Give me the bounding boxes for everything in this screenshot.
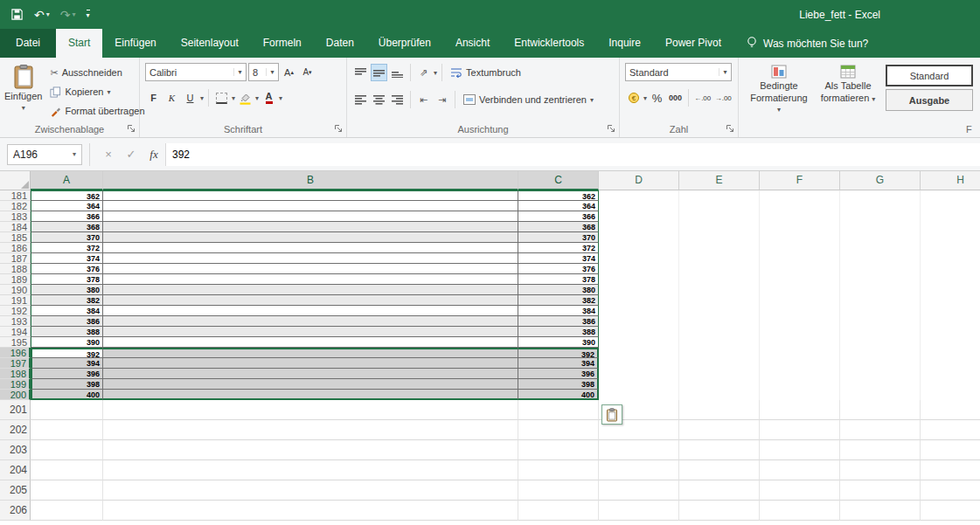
cell-E185[interactable] <box>679 232 760 243</box>
row-header-186[interactable]: 186 <box>0 243 31 253</box>
percent-button[interactable]: % <box>649 89 665 107</box>
cell-H187[interactable] <box>921 253 980 264</box>
cell-C189[interactable]: 378 <box>518 274 599 285</box>
align-right-button[interactable] <box>389 91 406 108</box>
cell-E183[interactable] <box>679 211 760 222</box>
increase-font-button[interactable]: A▴ <box>281 64 297 81</box>
row-header-192[interactable]: 192 <box>0 306 31 316</box>
cell-E186[interactable] <box>679 243 760 253</box>
cell-C185[interactable]: 370 <box>518 232 599 243</box>
tab-entwicklertools[interactable]: Entwicklertools <box>502 29 596 58</box>
cell-G204[interactable] <box>840 460 921 480</box>
cell-C199[interactable]: 398 <box>518 379 599 390</box>
cell-C202[interactable] <box>518 420 599 440</box>
cell-F205[interactable] <box>760 480 840 501</box>
cell-E204[interactable] <box>679 460 760 480</box>
row-header-188[interactable]: 188 <box>0 264 31 274</box>
cell-F188[interactable] <box>760 264 840 274</box>
chevron-down-icon[interactable]: ▾ <box>232 94 235 102</box>
row-header-200[interactable]: 200 <box>0 390 31 400</box>
row-header-187[interactable]: 187 <box>0 253 31 264</box>
row-header-185[interactable]: 185 <box>0 232 31 243</box>
cell-C193[interactable]: 386 <box>518 316 599 327</box>
cell-B194[interactable] <box>103 327 518 337</box>
cell-D205[interactable] <box>599 480 679 501</box>
cell-B183[interactable] <box>103 211 518 222</box>
row-header-181[interactable]: 181 <box>0 190 31 201</box>
cell-F201[interactable] <box>760 400 840 420</box>
column-header-A[interactable]: A <box>31 171 103 190</box>
row-header-195[interactable]: 195 <box>0 337 31 348</box>
cell-H190[interactable] <box>921 285 980 295</box>
cell-G205[interactable] <box>840 480 921 501</box>
cell-A204[interactable] <box>31 460 103 480</box>
cell-A191[interactable]: 382 <box>31 295 103 306</box>
cell-D193[interactable] <box>599 316 679 327</box>
cancel-button[interactable]: × <box>97 144 120 165</box>
cell-E188[interactable] <box>679 264 760 274</box>
cell-C206[interactable] <box>518 501 599 521</box>
cell-E192[interactable] <box>679 306 760 316</box>
cell-G185[interactable] <box>840 232 921 243</box>
cell-G201[interactable] <box>840 400 921 420</box>
cell-F203[interactable] <box>760 440 840 460</box>
cell-B182[interactable] <box>103 201 518 211</box>
dialog-launcher-icon[interactable] <box>607 124 616 134</box>
cell-B200[interactable] <box>103 390 518 400</box>
cell-F189[interactable] <box>760 274 840 285</box>
font-color-button[interactable]: A <box>261 89 277 107</box>
column-header-E[interactable]: E <box>679 171 760 190</box>
cell-A195[interactable]: 390 <box>31 337 103 348</box>
align-center-button[interactable] <box>371 91 387 108</box>
cell-D191[interactable] <box>599 295 679 306</box>
cell-F193[interactable] <box>760 316 840 327</box>
cell-F202[interactable] <box>760 420 840 440</box>
cell-C194[interactable]: 388 <box>518 327 599 337</box>
column-header-B[interactable]: B <box>103 171 518 190</box>
cell-A206[interactable] <box>31 501 103 521</box>
dialog-launcher-icon[interactable] <box>127 124 136 134</box>
dialog-launcher-icon[interactable] <box>726 124 735 134</box>
cell-B188[interactable] <box>103 264 518 274</box>
cell-G191[interactable] <box>840 295 921 306</box>
increase-indent-button[interactable]: ⇥ <box>434 91 450 108</box>
cell-D188[interactable] <box>599 264 679 274</box>
cell-F190[interactable] <box>760 285 840 295</box>
cell-G198[interactable] <box>840 369 921 379</box>
row-header-197[interactable]: 197 <box>0 358 31 369</box>
cell-H200[interactable] <box>921 390 980 400</box>
cell-B199[interactable] <box>103 379 518 390</box>
cell-A184[interactable]: 368 <box>31 222 103 232</box>
cell-C204[interactable] <box>518 460 599 480</box>
merge-center-button[interactable]: Verbinden und zentrieren ▾ <box>460 90 597 109</box>
cell-A185[interactable]: 370 <box>31 232 103 243</box>
tab-inquire[interactable]: Inquire <box>596 29 653 58</box>
cell-B190[interactable] <box>103 285 518 295</box>
cell-B185[interactable] <box>103 232 518 243</box>
cell-F181[interactable] <box>760 190 840 201</box>
row-header-206[interactable]: 206 <box>0 501 31 521</box>
cell-H204[interactable] <box>921 460 980 480</box>
cell-H192[interactable] <box>921 306 980 316</box>
format-painter-button[interactable]: Format übertragen <box>46 101 148 121</box>
cell-D199[interactable] <box>599 379 679 390</box>
cell-E184[interactable] <box>679 222 760 232</box>
row-header-203[interactable]: 203 <box>0 440 31 460</box>
cell-G206[interactable] <box>840 501 921 521</box>
column-header-C[interactable]: C <box>518 171 599 190</box>
cell-A182[interactable]: 364 <box>31 201 103 211</box>
cell-style-ausgabe[interactable]: Ausgabe <box>886 89 973 111</box>
wrap-text-button[interactable]: Textumbruch <box>447 63 525 82</box>
accounting-format-button[interactable]: € <box>625 89 642 107</box>
cell-D181[interactable] <box>599 190 679 201</box>
cell-E196[interactable] <box>679 348 760 358</box>
tab-einfügen[interactable]: Einfügen <box>102 29 168 58</box>
cell-B187[interactable] <box>103 253 518 264</box>
cell-C186[interactable]: 372 <box>518 243 599 253</box>
tab-start[interactable]: Start <box>56 29 102 58</box>
align-bottom-button[interactable] <box>389 64 406 81</box>
cell-E194[interactable] <box>679 327 760 337</box>
cell-A200[interactable]: 400 <box>31 390 103 400</box>
cell-G202[interactable] <box>840 420 921 440</box>
cell-H182[interactable] <box>921 201 980 211</box>
